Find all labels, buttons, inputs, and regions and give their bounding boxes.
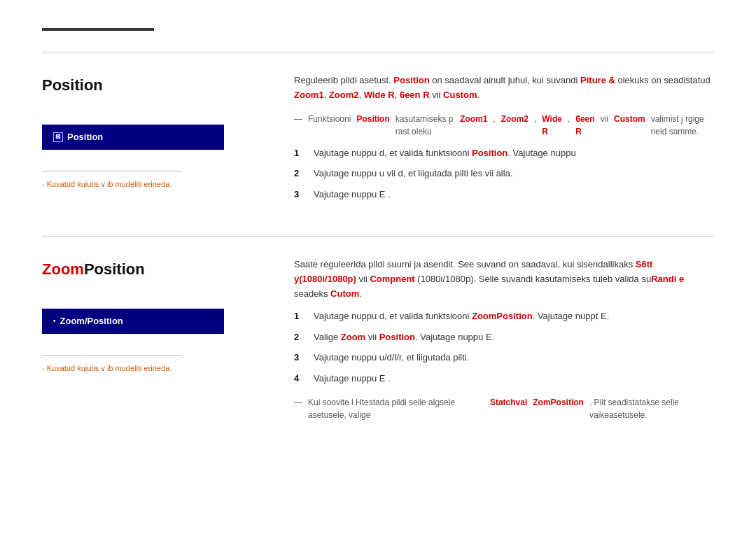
zoom-note-block: Kui soovite l Htestada pildi selle algse… xyxy=(294,396,714,421)
position-step-1-text: Vajutage nuppu d, et valida funktsiooni … xyxy=(314,146,576,160)
zoom-step-4-text: Vajutage nuppu E . xyxy=(314,372,391,386)
zoom-note-dash: Kui soovite l Htestada pildi selle algse… xyxy=(294,396,714,421)
position-section: Position ⊠ Position Kuvatud kujutis v ib… xyxy=(42,73,714,208)
position-section-right: Reguleerib pildi asetust. Position on sa… xyxy=(294,73,714,208)
zoom-button-label: Zoom/Position xyxy=(60,314,123,328)
highlight-6eenrb: 6een R xyxy=(575,113,594,138)
highlight-customb: Custom xyxy=(614,113,645,138)
zoom-step-2: 2 Valige Zoom vii Position. Vajutage nup… xyxy=(294,330,714,344)
zoom-step-number-3: 3 xyxy=(294,351,305,365)
zoom-step-number-2: 2 xyxy=(294,330,305,344)
zoom-step-number-1: 1 xyxy=(294,309,305,323)
highlight-zoom2c: Zoom xyxy=(341,332,365,342)
highlight-zoom-pos1: ZoomPosition xyxy=(472,311,533,321)
position-section-left: Position ⊠ Position Kuvatud kujutis v ib… xyxy=(42,73,266,208)
highlight-position3: Position xyxy=(472,148,507,158)
highlight-wider: Wide R xyxy=(364,90,395,100)
zoom-position-section: ZoomPosition • Zoom/Position Kuvatud kuj… xyxy=(42,258,714,421)
zoom-step-3-text: Vajutage nuppu u/d/l/r, et liigutada pil… xyxy=(314,351,469,365)
position-button-label: Position xyxy=(67,130,103,144)
zoom-step-3: 3 Vajutage nuppu u/d/l/r, et liigutada p… xyxy=(294,351,714,365)
highlight-zom-position: ZomPosition xyxy=(533,396,584,421)
zoom-prefix: Zoom xyxy=(42,260,84,278)
zoom-title-main: Position xyxy=(84,260,145,278)
position-menu-button[interactable]: ⊠ Position xyxy=(42,125,224,150)
position-note: Kuvatud kujutis v ib mudeliti erineda. xyxy=(42,178,266,190)
position-divider xyxy=(42,171,182,171)
page-container: Position ⊠ Position Kuvatud kujutis v ib… xyxy=(0,0,756,534)
zoom-section-right: Saate reguleerida pildi suumi ja asendit… xyxy=(294,258,714,421)
position-step-3-text: Vajutage nuppu E . xyxy=(314,188,391,202)
zoom-position-menu-button[interactable]: • Zoom/Position xyxy=(42,309,224,334)
highlight-size1: S6tt y(1080i/1080p) xyxy=(294,259,652,284)
zoom-step-1-text: Vajutage nuppu d, et valida funktsiooni … xyxy=(314,309,609,323)
position-step-3: 3 Vajutage nuppu E . xyxy=(294,188,714,202)
top-decorative-line xyxy=(42,28,154,31)
zoom-position-title: ZoomPosition xyxy=(42,258,266,281)
position-step-2-text: Vajutage nuppu u vii d, et liigutada pil… xyxy=(314,167,513,181)
zoom-note: Kuvatud kujutis v ib mudeliti erineda. xyxy=(42,363,266,374)
top-separator xyxy=(42,52,714,52)
highlight-position4: Position xyxy=(379,332,415,342)
highlight-randi: Randi e xyxy=(651,274,684,284)
position-step-2: 2 Vajutage nuppu u vii d, et liigutada p… xyxy=(294,167,714,181)
highlight-widerb: Wide R xyxy=(542,113,562,138)
highlight-zoom2: Zoom2 xyxy=(329,90,359,100)
zoom-step-2-text: Valige Zoom vii Position. Vajutage nuppu… xyxy=(314,330,494,344)
zoom-description1: Saate reguleerida pildi suumi ja asendit… xyxy=(294,258,714,301)
zoom-steps-list: 1 Vajutage nuppu d, et valida funktsioon… xyxy=(294,309,714,385)
highlight-zoom1b: Zoom1 xyxy=(460,113,487,138)
zoom-divider xyxy=(42,355,182,356)
zoom-step-number-4: 4 xyxy=(294,372,305,386)
highlight-position: Position xyxy=(393,75,429,85)
zoom-step-4: 4 Vajutage nuppu E . xyxy=(294,372,714,386)
position-description1: Reguleerib pildi asetust. Position on sa… xyxy=(294,73,714,103)
position-step-1: 1 Vajutage nuppu d, et valida funktsioon… xyxy=(294,146,714,160)
step-number-3: 3 xyxy=(294,188,305,202)
highlight-component: Compnent xyxy=(370,274,414,284)
highlight-6eenr: 6een R xyxy=(400,90,430,100)
position-note-dash: Funktsiooni Position kasutamiseks p rast… xyxy=(294,113,714,138)
highlight-custom2: Cutom xyxy=(330,288,359,299)
zoom-section-left: ZoomPosition • Zoom/Position Kuvatud kuj… xyxy=(42,258,266,421)
highlight-zoom2b: Zoom2 xyxy=(501,113,528,138)
position-icon-box: ⊠ xyxy=(53,132,63,142)
highlight-statchval: Statchval xyxy=(490,396,527,421)
zoom-bullet: • xyxy=(53,316,56,326)
highlight-position2: Position xyxy=(356,113,389,138)
highlight-custom1: Custom xyxy=(443,90,477,100)
position-note-block: Funktsiooni Position kasutamiseks p rast… xyxy=(294,113,714,138)
position-title: Position xyxy=(42,73,266,97)
step-number-1: 1 xyxy=(294,146,305,160)
zoom-step-1: 1 Vajutage nuppu d, et valida funktsioon… xyxy=(294,309,714,323)
section-separator xyxy=(42,236,714,237)
position-steps-list: 1 Vajutage nuppu d, et valida funktsioon… xyxy=(294,146,714,202)
step-number-2: 2 xyxy=(294,167,305,181)
highlight-piture: Piture & xyxy=(580,75,615,85)
highlight-zoom1: Zoom1 xyxy=(294,90,324,100)
